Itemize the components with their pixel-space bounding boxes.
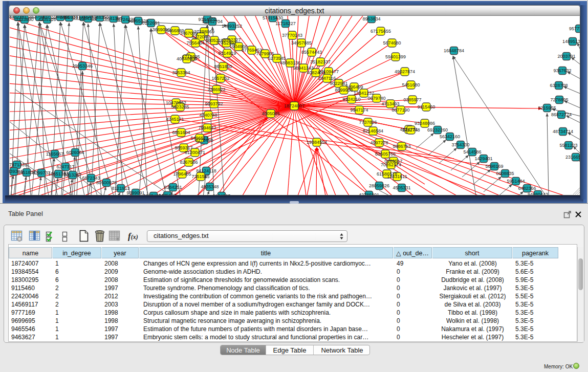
svg-text:8267586: 8267586	[180, 160, 198, 165]
svg-text:14895134: 14895134	[562, 39, 580, 44]
svg-text:7556464: 7556464	[186, 40, 204, 46]
svg-text:1657262: 1657262	[211, 76, 229, 81]
svg-text:2386922: 2386922	[207, 87, 225, 92]
svg-text:6026064: 6026064	[66, 150, 84, 155]
svg-text:9399091: 9399091	[126, 190, 144, 195]
svg-text:8324210: 8324210	[342, 97, 360, 102]
svg-text:63605766: 63605766	[375, 151, 396, 157]
svg-text:2003791: 2003791	[557, 54, 575, 59]
svg-text:40640909: 40640909	[177, 56, 197, 61]
svg-text:9693792: 9693792	[205, 101, 223, 106]
svg-text:70262174: 70262174	[381, 162, 401, 167]
svg-text:57871331: 57871331	[9, 162, 27, 167]
svg-text:0164005: 0164005	[212, 193, 230, 195]
svg-text:5886753: 5886753	[393, 144, 410, 149]
svg-text:8651850: 8651850	[214, 64, 232, 69]
svg-text:8013267: 8013267	[63, 172, 81, 178]
svg-text:0122691: 0122691	[142, 20, 160, 26]
svg-text:8877190: 8877190	[391, 107, 409, 113]
svg-text:4005045: 4005045	[262, 111, 279, 116]
svg-text:61200471: 61200471	[185, 150, 205, 155]
svg-text:80500978: 80500978	[96, 180, 117, 185]
svg-text:6247317: 6247317	[56, 164, 74, 169]
svg-text:5581223: 5581223	[559, 143, 577, 148]
svg-text:35182337: 35182337	[310, 59, 331, 64]
svg-text:93248086: 93248086	[415, 121, 435, 126]
svg-text:9115460: 9115460	[418, 104, 435, 110]
svg-text:5451680: 5451680	[402, 82, 420, 87]
svg-text:5674680: 5674680	[383, 40, 401, 46]
svg-text:49027874: 49027874	[395, 69, 415, 74]
svg-text:67175655: 67175655	[371, 29, 391, 34]
svg-text:0608835: 0608835	[496, 171, 514, 176]
svg-text:1712748: 1712748	[402, 127, 420, 133]
svg-text:13341232: 13341232	[354, 91, 374, 96]
svg-text:7351585: 7351585	[191, 174, 209, 179]
svg-text:48083136: 48083136	[280, 60, 300, 65]
svg-text:18724007: 18724007	[284, 103, 304, 108]
svg-text:6851604: 6851604	[172, 130, 190, 135]
svg-text:5414586: 5414586	[463, 149, 481, 155]
svg-text:23166587: 23166587	[565, 155, 580, 160]
svg-text:94680443: 94680443	[528, 192, 548, 195]
svg-text:3754330: 3754330	[451, 142, 469, 147]
svg-text:4740748: 4740748	[199, 113, 217, 118]
svg-text:1165667: 1165667	[46, 151, 63, 157]
svg-text:19384554: 19384554	[307, 140, 327, 145]
svg-text:2047116: 2047116	[318, 76, 336, 81]
svg-text:95777387: 95777387	[569, 26, 580, 31]
svg-text:7496499: 7496499	[345, 84, 363, 90]
svg-text:7278895: 7278895	[550, 97, 568, 102]
svg-text:34957885: 34957885	[291, 40, 312, 46]
svg-text:1429401: 1429401	[474, 156, 492, 161]
svg-text:13431611: 13431611	[387, 174, 407, 179]
svg-text:4745171: 4745171	[166, 117, 184, 122]
svg-text:27109477: 27109477	[318, 69, 339, 74]
svg-text:6328708: 6328708	[550, 83, 568, 88]
svg-text:4713493: 4713493	[381, 101, 399, 106]
svg-text:0385977: 0385977	[403, 97, 421, 102]
svg-text:59401399: 59401399	[385, 54, 406, 59]
svg-text:37770143: 37770143	[282, 33, 302, 38]
svg-text:7737826: 7737826	[359, 120, 377, 125]
svg-text:9367632: 9367632	[553, 68, 571, 73]
svg-text:4505331: 4505331	[393, 185, 410, 190]
svg-text:5623285: 5623285	[171, 104, 189, 110]
svg-text:16848784: 16848784	[444, 48, 464, 53]
svg-text:8963834: 8963834	[362, 16, 380, 21]
svg-text:3953394: 3953394	[172, 70, 190, 75]
svg-text:29053346: 29053346	[72, 63, 93, 69]
svg-text:28059826: 28059826	[369, 183, 389, 188]
svg-text:5496513: 5496513	[190, 136, 208, 141]
svg-text:27298069: 27298069	[194, 29, 214, 34]
svg-text:7594647: 7594647	[198, 125, 216, 130]
svg-text:11718227: 11718227	[275, 21, 295, 26]
svg-text:14893252: 14893252	[222, 24, 242, 29]
svg-text:9947174: 9947174	[350, 107, 368, 113]
svg-text:48734714: 48734714	[553, 129, 573, 134]
svg-text:42786801: 42786801	[359, 192, 379, 195]
svg-text:82146584: 82146584	[363, 128, 383, 134]
svg-text:57015430: 57015430	[263, 16, 283, 20]
svg-text:8215955: 8215955	[538, 105, 556, 111]
svg-text:8384251: 8384251	[164, 185, 182, 190]
svg-text:85574443: 85574443	[301, 50, 322, 55]
svg-text:5951484: 5951484	[507, 179, 525, 184]
svg-text:51462704: 51462704	[202, 19, 223, 24]
svg-text:6482366: 6482366	[518, 186, 536, 191]
svg-text:4997278: 4997278	[370, 140, 388, 145]
svg-text:56342160: 56342160	[440, 134, 460, 139]
svg-text:69232260: 69232260	[427, 127, 448, 133]
svg-text:86872774: 86872774	[551, 112, 572, 117]
svg-text:9314919: 9314919	[218, 51, 236, 56]
svg-text:84124118: 84124118	[196, 168, 216, 173]
svg-text:1796405: 1796405	[173, 171, 191, 177]
svg-text:4935348: 4935348	[201, 184, 219, 189]
svg-text:5698169: 5698169	[485, 164, 503, 169]
svg-text:0679740: 0679740	[367, 96, 385, 101]
svg-text:2475107: 2475107	[158, 193, 176, 195]
